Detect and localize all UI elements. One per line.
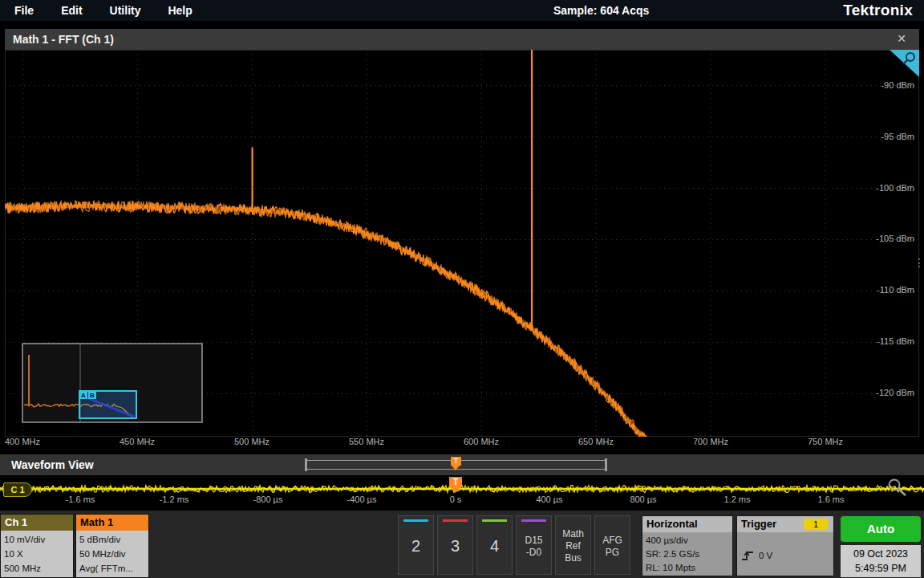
- afg-pg-button[interactable]: AFG PG: [594, 515, 630, 575]
- menu-file[interactable]: File: [14, 4, 34, 17]
- y-axis-label: -90 dBm: [857, 80, 914, 92]
- time-axis-label: 0 s: [428, 495, 484, 504]
- channel2-color-line: [403, 519, 428, 522]
- time-axis-label: 1.6 ms: [803, 495, 859, 504]
- time-axis-label: -400 µs: [334, 495, 390, 504]
- y-axis-label: -120 dBm: [857, 388, 914, 399]
- menu-edit[interactable]: Edit: [61, 4, 82, 17]
- math1-function: Avg( FFTm...: [79, 561, 145, 576]
- pan-right-cap: [605, 458, 607, 471]
- menu-bar: File Edit Utility Help Sample: 604 Acqs …: [0, 0, 924, 21]
- time-axis-label: 400 µs: [521, 495, 578, 504]
- channel2-label: 2: [399, 516, 433, 576]
- y-axis-label: -115 dBm: [857, 336, 914, 348]
- x-axis-label: 650 MHz: [564, 437, 628, 446]
- ch1-attenuation: 10 X: [4, 547, 70, 561]
- x-axis-label: 600 MHz: [449, 437, 513, 446]
- y-axis-label: -95 dBm: [857, 132, 914, 143]
- trigger-level: 0 V: [759, 549, 772, 563]
- channel4-color-line: [482, 519, 507, 522]
- waveform-strip[interactable]: C 1 T -1.6 ms -1.2 ms -800 µs -400 µs 0 …: [0, 475, 924, 509]
- digital-button-label: D15 -D0: [517, 516, 551, 559]
- close-icon[interactable]: ✕: [897, 32, 906, 45]
- channel1-badge[interactable]: C 1: [3, 482, 32, 497]
- math1-scale: 5 dBm/div: [79, 532, 145, 547]
- time-text: 5:49:59 PM: [841, 561, 921, 576]
- fft-plot-area[interactable]: AB -90 dBm -95 dBm -100 dBm -105 dBm -11…: [5, 50, 919, 437]
- x-axis-label: 750 MHz: [793, 437, 857, 446]
- time-axis-label: -1.2 ms: [146, 495, 202, 504]
- trigger-tile-header: Trigger 1: [737, 516, 833, 532]
- math1-tile-header: Math 1: [76, 515, 148, 531]
- afg-line2: PG: [595, 547, 630, 559]
- digital-channels-button[interactable]: D15 -D0: [516, 515, 552, 575]
- horizontal-sample-rate: SR: 2.5 GS/s: [646, 547, 729, 561]
- horizontal-tile-body: 400 µs/div SR: 2.5 GS/s RL: 10 Mpts: [642, 532, 732, 576]
- fft-panel-title: Math 1 - FFT (Ch 1): [13, 33, 114, 46]
- x-axis-label: 700 MHz: [679, 437, 743, 446]
- channel4-button[interactable]: 4: [476, 515, 513, 575]
- math-ref-bus-button[interactable]: Math Ref Bus: [555, 515, 591, 575]
- math1-hscale: 50 MHz/div: [79, 547, 145, 561]
- trigger-position-indicator[interactable]: T: [451, 457, 461, 466]
- fft-x-axis: 400 MHz 450 MHz 500 MHz 550 MHz 600 MHz …: [5, 437, 919, 451]
- rising-edge-icon: [740, 549, 755, 562]
- channel3-button[interactable]: 3: [437, 515, 473, 575]
- math1-tile-body: 5 dBm/div 50 MHz/div Avg( FFTm...: [76, 531, 148, 577]
- horizontal-scale: 400 µs/div: [646, 534, 729, 547]
- mrb-line3: Bus: [556, 552, 590, 564]
- channel3-label: 3: [438, 516, 472, 576]
- fft-panel-titlebar[interactable]: Math 1 - FFT (Ch 1) ✕: [5, 29, 919, 50]
- oscilloscope-ui: File Edit Utility Help Sample: 604 Acqs …: [0, 0, 924, 578]
- time-axis-label: 1.2 ms: [709, 495, 765, 504]
- ch1-bandwidth: 500 MHz: [4, 561, 70, 576]
- panel-resize-handle-icon[interactable]: ⋮: [914, 258, 924, 267]
- menu-help[interactable]: Help: [168, 4, 192, 17]
- channel3-color-line: [443, 519, 468, 522]
- mrb-line2: Ref: [556, 540, 590, 552]
- fft-trace-canvas: AB: [5, 50, 919, 437]
- svg-text:A: A: [81, 392, 86, 399]
- time-axis-label: -800 µs: [240, 495, 296, 504]
- x-axis-label: 400 MHz: [0, 437, 55, 446]
- afg-pg-label: AFG PG: [595, 516, 630, 559]
- trigger-source-badge: 1: [804, 519, 828, 530]
- horizontal-record-length: RL: 10 Mpts: [646, 561, 729, 575]
- digital-line2: -D0: [517, 547, 551, 559]
- channel2-button[interactable]: 2: [398, 515, 434, 575]
- digital-color-line: [521, 519, 546, 522]
- channel1-settings-tile[interactable]: Ch 1 10 mV/div 10 X 500 MHz: [0, 514, 74, 578]
- y-axis-label: -110 dBm: [857, 285, 914, 296]
- pan-left-cap: [305, 458, 307, 471]
- waveform-view-title: Waveform View: [11, 454, 94, 475]
- waveform-view-header: Waveform View T: [0, 454, 924, 475]
- magnifier-icon[interactable]: [886, 478, 910, 499]
- horizontal-pan-scrollbar[interactable]: T: [305, 460, 607, 470]
- trigger-title: Trigger: [741, 516, 776, 532]
- math-ref-bus-label: Math Ref Bus: [556, 516, 590, 564]
- channel1-tile-header: Ch 1: [1, 515, 73, 531]
- trigger-tile-body: 0 V: [737, 532, 833, 576]
- acquisition-count: Sample: 604 Acqs: [553, 4, 649, 17]
- channel4-label: 4: [477, 516, 512, 576]
- acquisition-mode-button[interactable]: Auto: [841, 516, 921, 542]
- horizontal-tile-header: Horizontal: [642, 516, 732, 532]
- mrb-line1: Math: [556, 528, 590, 540]
- ch1-scale: 10 mV/div: [4, 532, 70, 547]
- tektronix-logo: Tektronix: [843, 2, 913, 19]
- datetime-display: 09 Oct 2023 5:49:59 PM: [841, 545, 921, 577]
- zoom-mode-corner-icon[interactable]: [887, 50, 919, 79]
- y-axis-label: -105 dBm: [857, 234, 914, 245]
- fft-math-panel: Math 1 - FFT (Ch 1) ✕ AB -90 dBm -95 dBm…: [5, 29, 919, 451]
- channel1-tile-body: 10 mV/div 10 X 500 MHz: [1, 531, 73, 577]
- status-bar: Ch 1 10 mV/div 10 X 500 MHz Math 1 5 dBm…: [0, 509, 924, 578]
- date-text: 09 Oct 2023: [841, 547, 921, 561]
- trigger-marker-icon[interactable]: T: [449, 477, 462, 487]
- time-axis-label: -1.6 ms: [52, 495, 108, 504]
- digital-line1: D15: [517, 535, 551, 547]
- menu-utility[interactable]: Utility: [110, 4, 141, 17]
- horizontal-settings-tile[interactable]: Horizontal 400 µs/div SR: 2.5 GS/s RL: 1…: [642, 515, 733, 576]
- svg-text:B: B: [90, 392, 95, 399]
- trigger-settings-tile[interactable]: Trigger 1 0 V: [736, 515, 834, 576]
- math1-settings-tile[interactable]: Math 1 5 dBm/div 50 MHz/div Avg( FFTm...: [75, 514, 149, 578]
